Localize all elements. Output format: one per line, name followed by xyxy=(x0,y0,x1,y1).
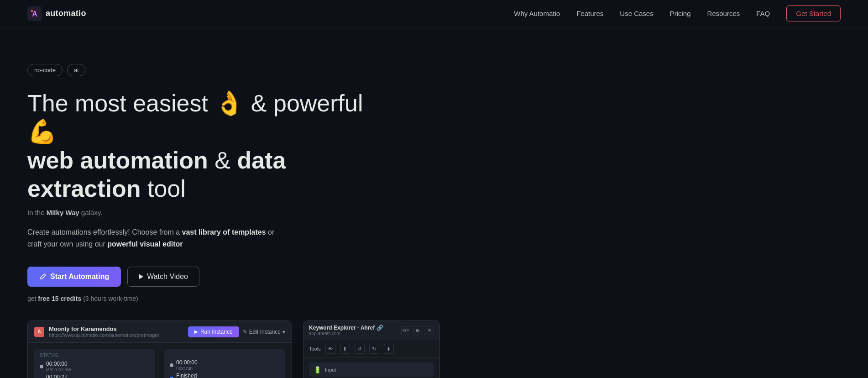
nav-resources[interactable]: Resources xyxy=(707,10,740,17)
hero-description: Create automations effortlessly! Choose … xyxy=(27,226,319,251)
svg-rect-3 xyxy=(31,10,33,12)
sc2-toolbar: Tools 👁 ⬆ ↺ ↻ ⬇ xyxy=(303,340,439,358)
sc1-body: STATUS 00:00:00 last run time 00:00:27 l… xyxy=(28,343,292,378)
screenshot-card-1: A Moonly for Karamendos https://www.auto… xyxy=(27,320,292,378)
logo-link[interactable]: A automatio xyxy=(27,6,86,21)
hero-title-bold1: web automation xyxy=(27,147,208,173)
hero-title: The most easiest 👌 & powerful 💪 web auto… xyxy=(27,89,383,203)
nav-faq[interactable]: FAQ xyxy=(756,10,770,17)
hero-title-line1: The most easiest 👌 & powerful 💪 xyxy=(27,90,363,145)
sc1-status-row: STATUS 00:00:00 last run time 00:00:27 l… xyxy=(34,349,285,378)
nav-pricing[interactable]: Pricing xyxy=(670,10,691,17)
nav-why-automatio[interactable]: Why Automatio xyxy=(514,10,560,17)
screenshot-card-2: Keyword Explorer - Ahref 🔗 app.ahrefs.co… xyxy=(303,320,440,378)
sc1-dot1 xyxy=(40,365,43,368)
sc2-grid-icon[interactable]: ⊞ xyxy=(413,326,422,335)
navbar: A automatio Why Automatio Features Use C… xyxy=(0,0,868,27)
hero-galaxy-note: In the Milky Way galaxy. xyxy=(27,209,383,216)
sc1-status-box: STATUS 00:00:00 last run time 00:00:27 l… xyxy=(34,349,155,378)
logo-text: automatio xyxy=(46,9,86,18)
hero-title-end: tool xyxy=(147,175,186,202)
run-instance-button[interactable]: ▶ Run Instance xyxy=(188,326,239,337)
sc2-header: Keyword Explorer - Ahref 🔗 app.ahrefs.co… xyxy=(303,321,439,340)
sc2-tool-reload[interactable]: ↻ xyxy=(369,344,379,354)
sc1-header: A Moonly for Karamendos https://www.auto… xyxy=(28,321,292,343)
hero-section: no-code ai The most easiest 👌 & powerful… xyxy=(0,27,411,302)
play-icon xyxy=(139,274,143,279)
sc1-title: Moonly for Karamendos xyxy=(49,326,159,332)
badge-no-code: no-code xyxy=(27,64,63,76)
svg-text:A: A xyxy=(32,10,37,18)
sc2-tool-eye[interactable]: 👁 xyxy=(325,344,335,354)
sc2-header-icons: </> ⊞ ✕ xyxy=(401,326,434,335)
screenshots-area: A Moonly for Karamendos https://www.auto… xyxy=(0,302,868,378)
sc2-input-block: 🔋 Input xyxy=(309,362,434,377)
sc1-header-left: A Moonly for Karamendos https://www.auto… xyxy=(34,326,159,338)
nav-use-cases[interactable]: Use Cases xyxy=(620,10,653,17)
sc1-time3-row: 00:00:27 last run time xyxy=(40,374,150,378)
sc1-time2-row: 00:00:00 next run xyxy=(170,359,280,371)
get-started-button[interactable]: Get Started xyxy=(786,5,841,21)
sc2-close-icon[interactable]: ✕ xyxy=(425,326,434,335)
sc2-tool-refresh[interactable]: ↺ xyxy=(355,344,365,354)
battery-icon: 🔋 xyxy=(314,366,321,373)
sc2-tool-download[interactable]: ⬇ xyxy=(384,344,394,354)
nav-features[interactable]: Features xyxy=(576,10,603,17)
sc2-tool-upload[interactable]: ⬆ xyxy=(340,344,350,354)
watch-video-button[interactable]: Watch Video xyxy=(127,267,199,287)
sc1-dot2 xyxy=(170,363,173,367)
sc2-title-block: Keyword Explorer - Ahref 🔗 app.ahrefs.co… xyxy=(309,325,383,336)
sc1-status-finished-row: Finished status xyxy=(170,373,280,378)
hero-actions: Start Automating Watch Video xyxy=(27,267,383,287)
edit-icon xyxy=(39,273,47,280)
edit-instance-button[interactable]: ✎ Edit Instance ▾ xyxy=(243,329,285,335)
sc2-body: 🔋 Input 📋 Start ⋮ ahrefs.com/backlink-ch… xyxy=(303,358,439,378)
logo-icon: A xyxy=(27,6,42,21)
sc1-logo: A xyxy=(34,327,44,337)
sc1-time1-row: 00:00:00 last run time xyxy=(40,361,150,372)
navbar-links: Why Automatio Features Use Cases Pricing… xyxy=(514,5,841,21)
hero-title-connector: & xyxy=(214,147,237,173)
sc1-header-actions: ▶ Run Instance ✎ Edit Instance ▾ xyxy=(188,326,285,337)
sc2-code-icon[interactable]: </> xyxy=(401,326,410,335)
sc1-status-box2: 00:00:00 next run Finished status xyxy=(164,349,285,378)
sc1-url: https://www.automatio.com/automation/pre… xyxy=(49,332,159,338)
sc1-title-block: Moonly for Karamendos https://www.automa… xyxy=(49,326,159,338)
hero-free-note: get free 15 credits (3 hours work-time) xyxy=(27,295,383,302)
badge-ai: ai xyxy=(67,64,85,76)
start-automating-button[interactable]: Start Automating xyxy=(27,267,121,287)
hero-badges: no-code ai xyxy=(27,64,383,76)
